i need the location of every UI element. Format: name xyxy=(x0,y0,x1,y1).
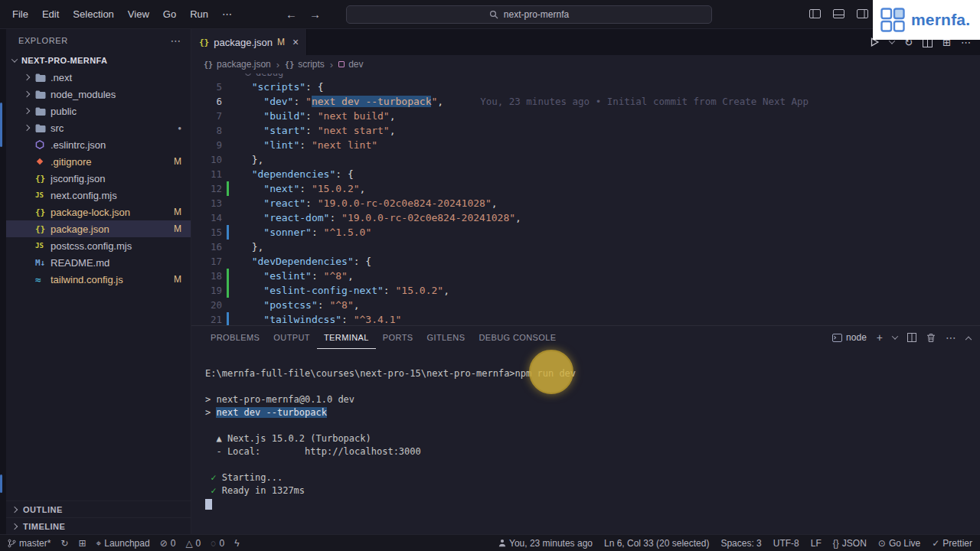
toggle-sidebar-icon[interactable] xyxy=(809,9,821,18)
status-left-0[interactable]: ⊘0 xyxy=(160,538,176,549)
panel-tab-output[interactable]: OUTPUT xyxy=(266,326,317,349)
panel-more-icon[interactable]: ⋯ xyxy=(946,331,956,344)
file--next[interactable]: .next xyxy=(6,69,191,86)
code-line-10[interactable]: 10 }, xyxy=(191,152,980,167)
explorer-more-icon[interactable]: ⋯ xyxy=(170,34,181,47)
panel-tab-gitlens[interactable]: GITLENS xyxy=(420,326,472,349)
code-line-9[interactable]: 9 "lint": "next lint" xyxy=(191,138,980,152)
file-next-config-mjs[interactable]: JSnext.config.mjs xyxy=(6,187,191,204)
back-icon[interactable]: ← xyxy=(286,8,297,21)
project-root-row[interactable]: NEXT-PRO-MERNFA xyxy=(6,52,191,69)
customize-layout-icon[interactable] xyxy=(857,9,868,18)
code-line-8[interactable]: 8 "start": "next start", xyxy=(191,123,980,138)
code-line-6[interactable]: 6 "dev": "next dev --turbopack",You, 23 … xyxy=(191,94,980,109)
file-postcss-config-mjs[interactable]: JSpostcss.config.mjs xyxy=(6,237,191,254)
menu-go[interactable]: Go xyxy=(157,5,182,23)
menu-more-icon[interactable]: ⋯ xyxy=(216,5,238,23)
code-line-21[interactable]: 21 "tailwindcss": "^3.4.1" xyxy=(191,312,980,325)
file-src[interactable]: src● xyxy=(6,119,191,136)
code-line-7[interactable]: 7 "build": "next build", xyxy=(191,109,980,123)
terminal-dropdown-icon[interactable] xyxy=(893,335,897,340)
line-number: 6 xyxy=(191,96,222,107)
new-terminal-icon[interactable]: + xyxy=(877,331,883,344)
file-package-json[interactable]: {}package.jsonM xyxy=(6,220,191,237)
project-root-label: NEXT-PRO-MERNFA xyxy=(21,56,107,65)
file--gitignore[interactable]: .gitignoreM xyxy=(6,153,191,170)
code-line-13[interactable]: 13 "react": "19.0.0-rc-02c0e824-20241028… xyxy=(191,196,980,210)
code-editor[interactable]: debug 5 "scripts": {6 "dev": "next dev -… xyxy=(191,73,980,325)
status-right-spaces-3[interactable]: Spaces: 3 xyxy=(720,538,761,549)
forward-icon[interactable]: → xyxy=(309,8,321,21)
code-line-5[interactable]: 5 "scripts": { xyxy=(191,80,980,94)
panel-tab-problems[interactable]: PROBLEMS xyxy=(204,326,266,349)
braces-icon: {} xyxy=(285,60,294,69)
file-tree: .nextnode_modulespublicsrc●.eslintrc.jso… xyxy=(6,69,191,500)
status-left-zap[interactable]: ϟ xyxy=(234,538,239,549)
status-left-master[interactable]: master* xyxy=(8,538,51,549)
code-line-16[interactable]: 16 }, xyxy=(191,240,980,254)
code-text: "next": "15.0.2", xyxy=(240,183,365,194)
menu-selection[interactable]: Selection xyxy=(67,5,119,23)
code-line-18[interactable]: 18 "eslint": "^8", xyxy=(191,269,980,283)
brand-logo-icon xyxy=(880,7,906,33)
panel-tab-ports[interactable]: PORTS xyxy=(376,326,420,349)
split-terminal-icon[interactable] xyxy=(907,333,916,342)
status-left-0[interactable]: △0 xyxy=(185,538,201,549)
terminal-line: > next-pro-mernfa@0.1.0 dev xyxy=(205,393,980,406)
section-outline[interactable]: OUTLINE xyxy=(6,500,191,517)
file--eslintrc-json[interactable]: .eslintrc.json xyxy=(6,136,191,153)
menu-file[interactable]: File xyxy=(6,5,34,23)
menu-run[interactable]: Run xyxy=(184,5,214,23)
file-public[interactable]: public xyxy=(6,103,191,119)
status-right-lf[interactable]: LF xyxy=(811,538,822,549)
command-center-search[interactable]: next-pro-mernfa xyxy=(346,5,712,24)
terminal[interactable]: E:\mernfa-full-file\courses\next-pro-15\… xyxy=(191,349,980,534)
breadcrumb-scripts[interactable]: {}scripts xyxy=(285,59,325,70)
gutter-change-indicator xyxy=(227,269,229,283)
status-label: JSON xyxy=(842,538,867,549)
code-line-11[interactable]: 11 "dependencies": { xyxy=(191,167,980,181)
status-right-ln-6-col-33-20-selected[interactable]: Ln 6, Col 33 (20 selected) xyxy=(604,538,709,549)
status-right-json[interactable]: {}JSON xyxy=(833,538,867,549)
breadcrumb-dev[interactable]: dev xyxy=(338,59,363,70)
file-label: package.json xyxy=(51,223,168,235)
file-node-modules[interactable]: node_modules xyxy=(6,86,191,103)
tab-close-icon[interactable]: × xyxy=(292,36,299,48)
status-right-prettier[interactable]: ✓Prettier xyxy=(932,538,972,549)
toggle-panel-icon[interactable] xyxy=(833,9,844,18)
status-left-launchpad[interactable]: ⌖Launchpad xyxy=(96,538,149,549)
file-label: public xyxy=(51,106,181,117)
code-line-15[interactable]: 15 "sonner": "^1.5.0" xyxy=(191,225,980,240)
file-tailwind-config-js[interactable]: ≈tailwind.config.jsM xyxy=(6,271,191,288)
maximize-panel-icon[interactable] xyxy=(966,335,971,340)
panel-tab-terminal[interactable]: TERMINAL xyxy=(317,326,376,349)
code-line-19[interactable]: 19 "eslint-config-next": "15.0.2", xyxy=(191,283,980,298)
kill-terminal-icon[interactable] xyxy=(926,333,936,343)
section-timeline[interactable]: TIMELINE xyxy=(6,517,191,534)
shell-picker[interactable]: node xyxy=(832,332,867,343)
code-line-20[interactable]: 20 "postcss": "^8", xyxy=(191,298,980,312)
tab-package-json[interactable]: {} package.json M × xyxy=(191,29,307,55)
file-jsconfig-json[interactable]: {}jsconfig.json xyxy=(6,170,191,187)
status-right-you-23-minutes-ago[interactable]: You, 23 minutes ago xyxy=(498,538,593,549)
file-package-lock-json[interactable]: {}package-lock.jsonM xyxy=(6,204,191,220)
braces-icon: {} xyxy=(833,538,839,549)
run-dropdown-icon[interactable] xyxy=(890,40,894,44)
code-line-17[interactable]: 17 "devDependencies": { xyxy=(191,254,980,269)
status-right-go-live[interactable]: ⊙Go Live xyxy=(878,538,920,549)
menu-view[interactable]: View xyxy=(122,5,155,23)
file-label: src xyxy=(51,122,172,134)
modified-badge: M xyxy=(174,156,181,167)
breadcrumb-package.json[interactable]: {}package.json xyxy=(204,59,271,70)
person-icon xyxy=(498,539,506,547)
code-line-12[interactable]: 12 "next": "15.0.2", xyxy=(191,181,980,196)
menu-edit[interactable]: Edit xyxy=(36,5,65,23)
file-readme-md[interactable]: M↓README.md xyxy=(6,254,191,271)
status-left-layers[interactable]: ⊞ xyxy=(78,538,86,549)
status-left-sync[interactable]: ↻ xyxy=(60,538,68,549)
panel-tab-debug-console[interactable]: DEBUG CONSOLE xyxy=(472,326,563,349)
status-left-0[interactable]: ◌0 xyxy=(211,538,224,549)
gutter-change-indicator xyxy=(227,109,229,123)
status-right-utf-8[interactable]: UTF-8 xyxy=(773,538,799,549)
code-line-14[interactable]: 14 "react-dom": "19.0.0-rc-02c0e824-2024… xyxy=(191,210,980,225)
